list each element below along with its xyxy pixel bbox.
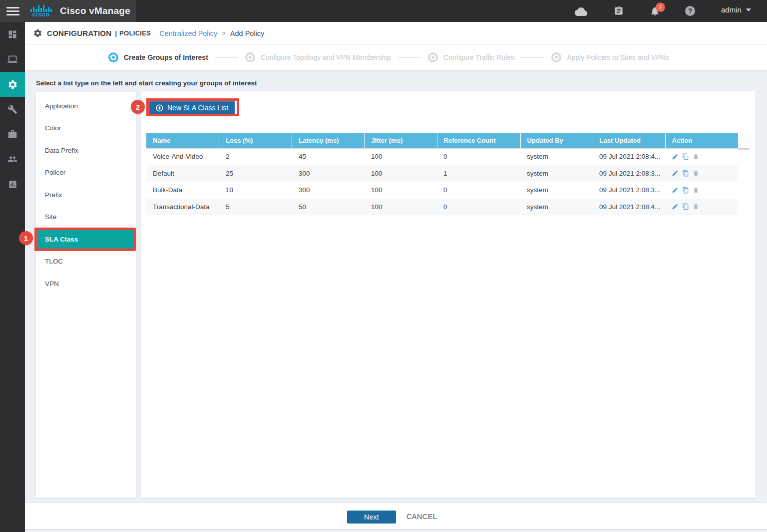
delete-trash-icon[interactable] bbox=[693, 153, 699, 160]
cell-jitter: 100 bbox=[365, 186, 437, 194]
cell-updated-by: system bbox=[520, 153, 593, 160]
cloud-icon[interactable] bbox=[574, 6, 588, 16]
cell-jitter: 100 bbox=[365, 203, 437, 211]
column-header-updated-by: Updated By bbox=[521, 133, 593, 148]
cell-latency: 300 bbox=[292, 170, 365, 177]
app-title: Cisco vManage bbox=[60, 5, 130, 16]
copy-icon[interactable] bbox=[682, 203, 689, 210]
nav-tools-wrench-icon[interactable] bbox=[0, 97, 25, 122]
left-nav bbox=[0, 22, 25, 532]
step-create-groups-of-interest[interactable]: Create Groups of Interest bbox=[108, 52, 208, 62]
breadcrumb-divider: | bbox=[115, 29, 117, 37]
breadcrumb-subsection: POLICIES bbox=[119, 29, 151, 37]
nav-configuration-icon[interactable] bbox=[0, 72, 25, 97]
notification-badge: 7 bbox=[656, 2, 665, 12]
table-row: Voice-And-Video 2 45 100 0 system 09 Jul… bbox=[146, 148, 738, 165]
breadcrumb: CONFIGURATION | POLICIES Centralized Pol… bbox=[25, 22, 767, 45]
nav-maintenance-briefcase-icon[interactable] bbox=[0, 122, 25, 147]
cell-reference-count: 1 bbox=[437, 170, 520, 177]
column-header-reference-count: Reference Count bbox=[437, 133, 521, 148]
plus-circle-icon bbox=[156, 104, 163, 112]
cell-name: Bulk-Data bbox=[146, 186, 219, 194]
new-sla-class-list-button[interactable]: New SLA Class List bbox=[149, 101, 235, 114]
chevron-down-icon bbox=[746, 8, 751, 11]
sidebar-item-sla-class[interactable]: SLA Class bbox=[36, 228, 136, 251]
step-connector bbox=[215, 57, 238, 58]
sidebar-item-tloc[interactable]: TLOC bbox=[36, 251, 136, 273]
copy-icon[interactable] bbox=[682, 153, 689, 160]
help-icon[interactable]: ? bbox=[685, 6, 695, 16]
edit-pencil-icon[interactable] bbox=[672, 187, 679, 194]
nav-monitor-icon[interactable] bbox=[0, 47, 25, 72]
step-dot bbox=[551, 52, 561, 62]
sidebar-item-policer[interactable]: Policer bbox=[36, 162, 136, 184]
breadcrumb-chevron: > bbox=[222, 29, 226, 37]
bottom-strip bbox=[25, 529, 767, 532]
user-menu[interactable]: admin bbox=[721, 5, 751, 14]
copy-icon[interactable] bbox=[682, 187, 689, 194]
table-scrollbar-thumb[interactable] bbox=[738, 148, 749, 150]
cell-latency: 300 bbox=[292, 186, 365, 194]
next-button[interactable]: Next bbox=[347, 511, 396, 524]
table-row: Bulk-Data 10 300 100 0 system 09 Jul 202… bbox=[146, 182, 738, 199]
cell-reference-count: 0 bbox=[437, 203, 520, 211]
step-dot bbox=[108, 52, 118, 62]
nav-analytics-chart-icon[interactable] bbox=[0, 172, 25, 197]
sidebar-item-data-prefix[interactable]: Data Prefix bbox=[36, 139, 136, 162]
wizard-footer bbox=[25, 503, 767, 530]
new-button-label: New SLA Class List bbox=[167, 104, 228, 112]
step-connector bbox=[398, 57, 421, 58]
column-header-loss: Loss (%) bbox=[219, 133, 292, 148]
step-label: Create Groups of Interest bbox=[124, 53, 208, 61]
delete-trash-icon[interactable] bbox=[693, 203, 699, 210]
edit-pencil-icon[interactable] bbox=[672, 170, 679, 177]
cell-updated-by: system bbox=[520, 203, 593, 211]
copy-icon[interactable] bbox=[682, 170, 689, 177]
tasks-clipboard-icon[interactable] bbox=[614, 5, 624, 16]
step-configure-traffic-rules[interactable]: Configure Traffic Rules bbox=[428, 52, 514, 62]
cancel-button[interactable]: CANCEL bbox=[406, 513, 437, 521]
top-bar: cisco Cisco vManage 7 ? admin bbox=[0, 0, 767, 22]
top-bar-brand-area: cisco Cisco vManage bbox=[0, 0, 136, 22]
cell-actions bbox=[665, 203, 738, 210]
breadcrumb-section: CONFIGURATION bbox=[47, 29, 111, 37]
cell-name: Default bbox=[146, 170, 219, 177]
cell-updated-by: system bbox=[520, 170, 593, 177]
sidebar-item-site[interactable]: Site bbox=[36, 206, 136, 229]
cell-reference-count: 0 bbox=[437, 186, 520, 194]
edit-pencil-icon[interactable] bbox=[672, 203, 679, 210]
cell-actions bbox=[665, 187, 738, 194]
user-name: admin bbox=[721, 5, 742, 14]
cell-last-updated: 09 Jul 2021 2:08:3... bbox=[593, 170, 665, 177]
cell-actions bbox=[665, 170, 738, 177]
table-row: Default 25 300 100 1 system 09 Jul 2021 … bbox=[146, 165, 738, 182]
edit-pencil-icon[interactable] bbox=[672, 153, 679, 160]
nav-dashboard-icon[interactable] bbox=[0, 22, 25, 47]
sidebar-item-vpn[interactable]: VPN bbox=[36, 272, 136, 295]
cell-latency: 45 bbox=[292, 153, 365, 160]
delete-trash-icon[interactable] bbox=[693, 170, 699, 177]
nav-administration-users-icon[interactable] bbox=[0, 147, 25, 172]
configuration-gear-icon bbox=[33, 28, 42, 38]
step-dot bbox=[245, 52, 255, 62]
cell-loss: 2 bbox=[219, 153, 292, 160]
cell-jitter: 100 bbox=[365, 170, 437, 177]
step-apply-policies[interactable]: Apply Policies to Sites and VPNs bbox=[551, 52, 669, 62]
cell-updated-by: system bbox=[520, 186, 593, 194]
breadcrumb-link-centralized-policy[interactable]: Centralized Policy bbox=[159, 29, 217, 37]
breadcrumb-current: Add Policy bbox=[230, 29, 265, 37]
sidebar-item-application[interactable]: Application bbox=[36, 95, 136, 117]
sidebar-item-prefix[interactable]: Prefix bbox=[36, 184, 136, 206]
step-configure-topology[interactable]: Configure Topology and VPN Membership bbox=[245, 52, 391, 62]
page-heading: Select a list type on the left and start… bbox=[36, 79, 257, 87]
cell-jitter: 100 bbox=[365, 153, 437, 160]
step-dot bbox=[428, 52, 438, 62]
step-label: Configure Traffic Rules bbox=[443, 53, 514, 61]
delete-trash-icon[interactable] bbox=[693, 187, 699, 194]
wizard-stepper: Create Groups of Interest Configure Topo… bbox=[25, 45, 767, 70]
table-header-row: Name Loss (%) Latency (ms) Jitter (ms) R… bbox=[146, 133, 738, 148]
sidebar-item-color[interactable]: Color bbox=[36, 117, 136, 140]
hamburger-menu-icon[interactable] bbox=[6, 5, 19, 17]
cell-loss: 25 bbox=[219, 170, 292, 177]
cell-last-updated: 09 Jul 2021 2:08:4... bbox=[593, 203, 665, 211]
